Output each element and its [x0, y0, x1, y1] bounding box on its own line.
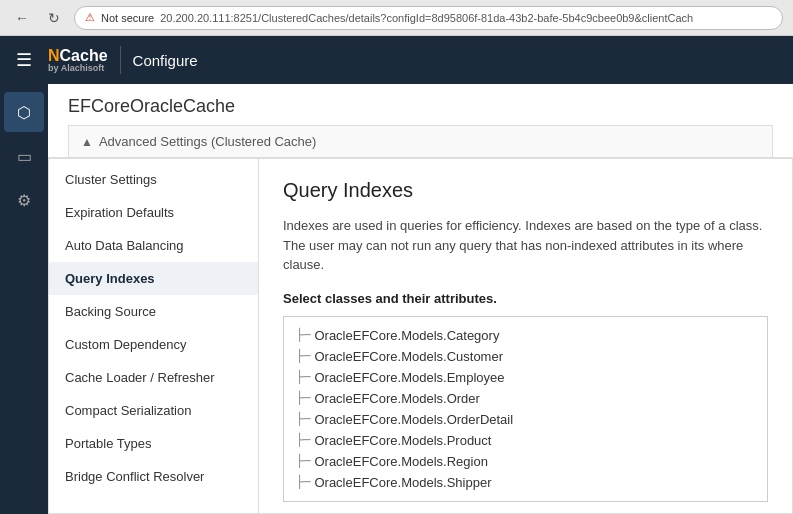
- section-title: Query Indexes: [283, 179, 768, 202]
- tree-connector-icon: ├─: [296, 433, 310, 447]
- tree-item[interactable]: ├─OracleEFCore.Models.OrderDetail: [296, 409, 755, 430]
- tree-item[interactable]: ├─OracleEFCore.Models.Category: [296, 325, 755, 346]
- logo-sub-text: by Alachisoft: [48, 63, 108, 73]
- tree-item[interactable]: ├─OracleEFCore.Models.Shipper: [296, 472, 755, 493]
- tree-connector-icon: ├─: [296, 391, 310, 405]
- tree-connector-icon: ├─: [296, 328, 310, 342]
- tree-item-label: OracleEFCore.Models.Shipper: [314, 475, 491, 490]
- description-text: Indexes are used in queries for efficien…: [283, 216, 768, 275]
- tree-item[interactable]: ├─OracleEFCore.Models.Customer: [296, 346, 755, 367]
- tree-item[interactable]: ├─OracleEFCore.Models.Region: [296, 451, 755, 472]
- tree-container: ├─OracleEFCore.Models.Category├─OracleEF…: [283, 316, 768, 502]
- nav-item-backing-source[interactable]: Backing Source: [49, 295, 258, 328]
- nav-item-custom-dependency[interactable]: Custom Dependency: [49, 328, 258, 361]
- tree-connector-icon: ├─: [296, 412, 310, 426]
- tree-item-label: OracleEFCore.Models.OrderDetail: [314, 412, 513, 427]
- tree-item[interactable]: ├─OracleEFCore.Models.Product: [296, 430, 755, 451]
- header-title: Configure: [133, 52, 198, 69]
- tree-item-label: OracleEFCore.Models.Category: [314, 328, 499, 343]
- tree-item[interactable]: ├─OracleEFCore.Models.Order: [296, 388, 755, 409]
- tree-item-label: OracleEFCore.Models.Product: [314, 433, 491, 448]
- select-label: Select classes and their attributes.: [283, 291, 768, 306]
- sidebar-tools-btn[interactable]: ⚙: [4, 180, 44, 220]
- collapse-icon[interactable]: ▲: [81, 135, 93, 149]
- address-text: 20.200.20.111:8251/ClusteredCaches/detai…: [160, 12, 693, 24]
- tree-connector-icon: ├─: [296, 454, 310, 468]
- advanced-settings-bar: ▲ Advanced Settings (Clustered Cache): [68, 125, 773, 157]
- tree-item-label: OracleEFCore.Models.Employee: [314, 370, 504, 385]
- sidebar-topology-btn[interactable]: ⬡: [4, 92, 44, 132]
- two-col-layout: Cluster SettingsExpiration DefaultsAuto …: [48, 158, 793, 514]
- nav-item-auto-data-balancing[interactable]: Auto Data Balancing: [49, 229, 258, 262]
- reload-button[interactable]: ↻: [42, 6, 66, 30]
- header-divider: [120, 46, 121, 74]
- nav-item-bridge-conflict[interactable]: Bridge Conflict Resolver: [49, 460, 258, 493]
- address-bar[interactable]: ⚠ Not secure 20.200.20.111:8251/Clustere…: [74, 6, 783, 30]
- logo: NCache by Alachisoft: [48, 47, 108, 73]
- hamburger-button[interactable]: ☰: [12, 45, 36, 75]
- advanced-settings-label: Advanced Settings (Clustered Cache): [99, 134, 317, 149]
- nav-item-expiration-defaults[interactable]: Expiration Defaults: [49, 196, 258, 229]
- tree-connector-icon: ├─: [296, 475, 310, 489]
- logo-area: NCache by Alachisoft: [48, 47, 108, 73]
- page-header: EFCoreOracleCache ▲ Advanced Settings (C…: [48, 84, 793, 158]
- nav-item-compact-serialization[interactable]: Compact Serialization: [49, 394, 258, 427]
- right-content: Query Indexes Indexes are used in querie…: [259, 159, 792, 513]
- main-layout: ⬡ ▭ ⚙ EFCoreOracleCache ▲ Advanced Setti…: [0, 84, 793, 514]
- tree-connector-icon: ├─: [296, 370, 310, 384]
- sidebar-monitor-btn[interactable]: ▭: [4, 136, 44, 176]
- icon-sidebar: ⬡ ▭ ⚙: [0, 84, 48, 514]
- app-header: ☰ NCache by Alachisoft Configure: [0, 36, 793, 84]
- tree-item-label: OracleEFCore.Models.Customer: [314, 349, 503, 364]
- nav-item-cluster-settings[interactable]: Cluster Settings: [49, 163, 258, 196]
- logo-cache-text: Cache: [60, 47, 108, 64]
- back-button[interactable]: ←: [10, 6, 34, 30]
- nav-item-portable-types[interactable]: Portable Types: [49, 427, 258, 460]
- tree-item-label: OracleEFCore.Models.Order: [314, 391, 479, 406]
- tree-item-label: OracleEFCore.Models.Region: [314, 454, 487, 469]
- nav-item-cache-loader[interactable]: Cache Loader / Refresher: [49, 361, 258, 394]
- browser-bar: ← ↻ ⚠ Not secure 20.200.20.111:8251/Clus…: [0, 0, 793, 36]
- tree-item[interactable]: ├─OracleEFCore.Models.Employee: [296, 367, 755, 388]
- page-title: EFCoreOracleCache: [68, 96, 773, 117]
- not-secure-label: Not secure: [101, 12, 154, 24]
- left-nav: Cluster SettingsExpiration DefaultsAuto …: [49, 159, 259, 513]
- logo-n-text: N: [48, 47, 60, 64]
- nav-item-query-indexes[interactable]: Query Indexes: [49, 262, 258, 295]
- content-area: EFCoreOracleCache ▲ Advanced Settings (C…: [48, 84, 793, 514]
- tree-connector-icon: ├─: [296, 349, 310, 363]
- not-secure-icon: ⚠: [85, 11, 95, 24]
